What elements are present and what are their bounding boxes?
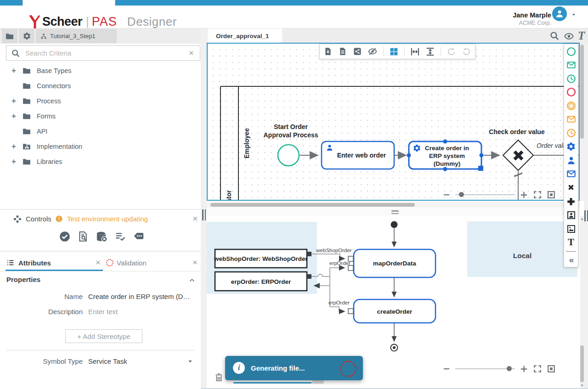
input-port[interactable] [348,256,353,261]
bpmn-pool[interactable]: Employee Administrator [220,86,579,200]
expand-icon[interactable]: + [10,96,17,106]
zoom-slider[interactable] [455,368,515,369]
tag-icon[interactable] [133,231,145,242]
timer-intermediate-event-icon[interactable] [566,128,576,138]
timer-start-event-icon[interactable] [566,74,576,84]
task-enter-web-order[interactable]: Enter web order [322,141,394,169]
actor-icon[interactable] [566,210,576,220]
clear-database-icon[interactable] [96,231,108,243]
output-port[interactable] [307,252,311,256]
scroll-up-icon[interactable]: ▲ [580,217,584,221]
user-task-icon[interactable] [566,156,576,165]
exclusive-gateway-icon[interactable] [566,182,576,192]
zoom-slider-handle[interactable] [507,366,512,371]
redo-icon[interactable] [462,47,471,56]
share-icon[interactable] [353,47,362,56]
object-erporder[interactable]: erpOrder: ERPOrder [215,272,311,291]
tree-item-base-types[interactable]: + Base Types [0,63,201,78]
folder-tab-button[interactable] [2,29,17,43]
collapse-section-icon[interactable] [188,276,196,284]
canvas-search-icon[interactable] [549,31,560,41]
validate-icon[interactable] [59,231,71,242]
symbol-type-value[interactable]: Service Task [88,357,127,365]
input-port[interactable] [348,309,353,314]
zoom-out-icon[interactable] [442,191,451,199]
add-stereotype-button[interactable]: + Add Stereotype [65,329,142,343]
action-createorder[interactable]: createOrder [348,299,435,323]
user-menu-chevron-icon[interactable] [571,12,577,17]
hide-icon[interactable] [368,46,378,56]
search-input[interactable] [24,49,188,57]
tree-item-libraries[interactable]: + Libraries [0,154,201,169]
checklist-icon[interactable] [114,231,126,242]
project-tab[interactable]: Tutorial_3_Step1 [36,29,117,43]
fullscreen-icon[interactable] [533,190,542,199]
left-splitter-handle[interactable] [202,209,206,220]
tab-attributes[interactable]: Attributes [18,259,51,267]
undo-icon[interactable] [447,47,456,56]
scroll-down-icon[interactable]: ▼ [580,383,584,388]
intermediate-event-icon[interactable] [566,101,576,111]
close-validation-icon[interactable] [192,259,198,265]
distribute-horizontal-icon[interactable] [410,47,420,56]
tree-item-connectors[interactable]: Connectors [0,78,201,93]
fit-to-screen-icon[interactable] [547,190,556,199]
expand-icon[interactable]: + [10,66,17,75]
exclusive-gateway[interactable]: Check order value [489,128,545,170]
trash-icon[interactable] [214,372,224,383]
parallel-gateway-icon[interactable] [566,197,576,207]
clear-search-icon[interactable] [188,50,194,56]
expand-icon[interactable]: + [10,142,17,151]
zoom-in-icon[interactable] [520,365,528,373]
service-task-icon[interactable] [566,141,576,152]
start-event[interactable]: Start Order Approval Process [263,123,318,166]
scrollbar-thumb[interactable] [210,203,415,207]
scrollbar-thumb[interactable] [580,345,584,382]
name-value[interactable]: Create order in ERP system (Dummy) [88,293,192,300]
bpmn-canvas[interactable]: Employee Administrator Start Order Appro… [207,43,580,201]
tab-order-approval[interactable]: Order_approval_1 [208,28,282,44]
zoom-out-icon[interactable] [442,365,451,373]
tree-item-implementation[interactable]: + Implementation [0,139,201,154]
zoom-slider-handle[interactable] [459,192,464,197]
image-icon[interactable] [566,224,576,234]
object-webshoporder[interactable]: webShopOrder: WebShopOrder [214,249,311,268]
close-attributes-icon[interactable] [95,259,101,265]
start-event-icon[interactable] [566,47,576,56]
zoom-in-icon[interactable] [520,191,528,199]
tree-item-api[interactable]: API [0,124,201,139]
expand-icon[interactable]: + [10,157,17,166]
initial-node[interactable] [391,221,398,228]
export-document-icon[interactable] [323,47,333,56]
tab-validation[interactable]: Validation [117,259,147,267]
fit-to-screen-icon[interactable] [547,364,556,373]
text-tool-icon[interactable]: T [578,29,585,42]
tree-item-process[interactable]: + Process [0,93,201,108]
output-port[interactable] [307,274,311,279]
message-start-event-icon[interactable] [566,60,576,70]
action-maporderdata[interactable]: mapOrderData [348,249,435,277]
description-value[interactable]: Enter text [88,308,118,316]
fullscreen-icon[interactable] [533,364,542,373]
close-controls-icon[interactable] [192,215,198,222]
collapse-palette-icon[interactable]: « [569,255,573,264]
user-avatar[interactable] [552,6,567,21]
expand-icon[interactable]: + [10,112,17,121]
zoom-slider[interactable] [455,194,515,195]
distribute-vertical-icon[interactable] [425,47,435,56]
end-event-icon[interactable] [566,87,576,97]
input-port[interactable] [348,265,353,271]
inspect-document-icon[interactable] [77,231,89,242]
settings-tab-button[interactable] [19,29,34,43]
tree-item-forms[interactable]: + Forms [0,108,201,124]
task-create-order-erp[interactable]: Create order in ERP system (Dummy) [407,140,484,171]
text-annotation-icon[interactable]: T [568,237,574,247]
message-intermediate-event-icon[interactable] [566,114,576,124]
visibility-icon[interactable] [563,31,575,41]
final-node[interactable] [391,344,398,351]
scrollbar-thumb[interactable] [580,45,584,139]
grid-icon[interactable] [389,47,399,56]
splitter-handle[interactable] [391,210,399,215]
report-document-icon[interactable] [338,47,347,56]
symbol-type-dropdown-icon[interactable] [187,358,194,365]
